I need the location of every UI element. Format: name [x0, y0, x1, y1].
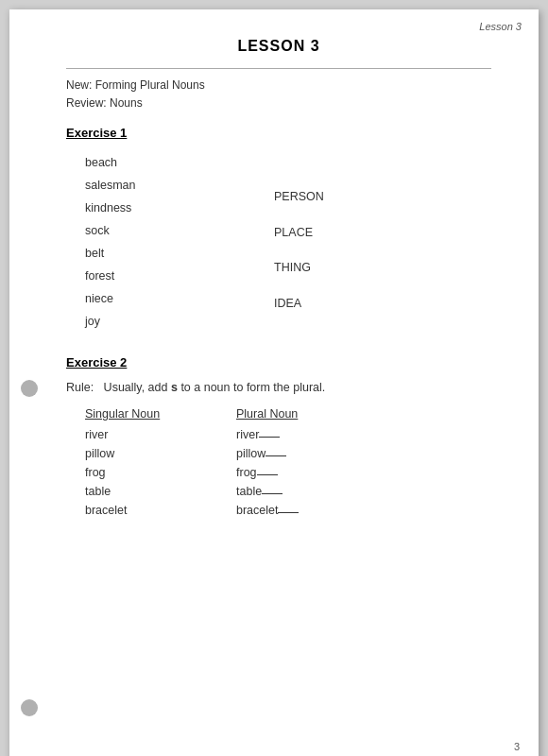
list-item: belt	[66, 242, 274, 265]
category-item: IDEA	[274, 286, 491, 322]
table-row: pillow pillow	[66, 447, 491, 460]
exercise-1-categories: PERSON PLACE THING IDEA	[274, 151, 491, 333]
col-plural-header: Plural Noun	[236, 407, 491, 421]
cell-singular: frog	[85, 466, 236, 479]
title-divider	[66, 68, 491, 69]
table-row: river river	[66, 428, 491, 441]
top-page-label: Lesson 3	[479, 21, 522, 32]
spiral-dot-2	[21, 699, 38, 716]
cell-singular: pillow	[85, 447, 236, 460]
rule-label: Rule:	[66, 381, 94, 394]
cell-singular: table	[85, 485, 236, 498]
category-item: THING	[274, 250, 491, 286]
list-item: forest	[66, 265, 274, 287]
blank-underline	[259, 437, 280, 438]
category-item: PLACE	[274, 215, 491, 251]
list-item: sock	[66, 219, 274, 242]
table-row: table table	[66, 485, 491, 498]
list-item: salesman	[66, 174, 274, 197]
lesson-title: LESSON 3	[66, 38, 491, 55]
list-item: niece	[66, 287, 274, 310]
exercise-1-title: Exercise 1	[66, 126, 491, 140]
subtitle-line-2: Review: Nouns	[66, 94, 491, 112]
table-header-row: Singular Noun Plural Noun	[66, 407, 491, 421]
table-row: bracelet bracelet	[66, 504, 491, 517]
cell-plural: pillow	[236, 447, 491, 460]
subtitle-block: New: Forming Plural Nouns Review: Nouns	[66, 77, 491, 112]
exercise-1-content: beach salesman kindness sock belt forest…	[66, 151, 491, 333]
exercise-2-section: Exercise 2 Rule: Usually, add s to a nou…	[66, 355, 491, 517]
category-item: PERSON	[274, 180, 491, 215]
list-item: beach	[66, 151, 274, 174]
cell-plural: bracelet	[236, 504, 491, 517]
cell-singular: river	[85, 428, 236, 441]
blank-underline	[278, 512, 299, 513]
page-number: 3	[514, 741, 520, 752]
blank-underline	[257, 474, 278, 475]
bold-s: s	[171, 381, 178, 394]
cell-plural: river	[236, 428, 491, 441]
exercise-1-section: Exercise 1 beach salesman kindness sock …	[66, 126, 491, 333]
spiral-dot-1	[21, 380, 38, 397]
list-item: kindness	[66, 197, 274, 219]
blank-underline	[262, 493, 283, 494]
page: Lesson 3 LESSON 3 New: Forming Plural No…	[9, 9, 539, 756]
exercise-1-words: beach salesman kindness sock belt forest…	[66, 151, 274, 333]
blank-underline	[265, 455, 286, 456]
cell-plural: table	[236, 485, 491, 498]
list-item: joy	[66, 310, 274, 333]
cell-plural: frog	[236, 466, 491, 479]
col-singular-header: Singular Noun	[85, 407, 236, 421]
rule-line: Rule: Usually, add s to a noun to form t…	[66, 381, 491, 394]
cell-singular: bracelet	[85, 504, 236, 517]
subtitle-line-1: New: Forming Plural Nouns	[66, 77, 491, 94]
table-row: frog frog	[66, 466, 491, 479]
exercise-2-title: Exercise 2	[66, 355, 491, 369]
